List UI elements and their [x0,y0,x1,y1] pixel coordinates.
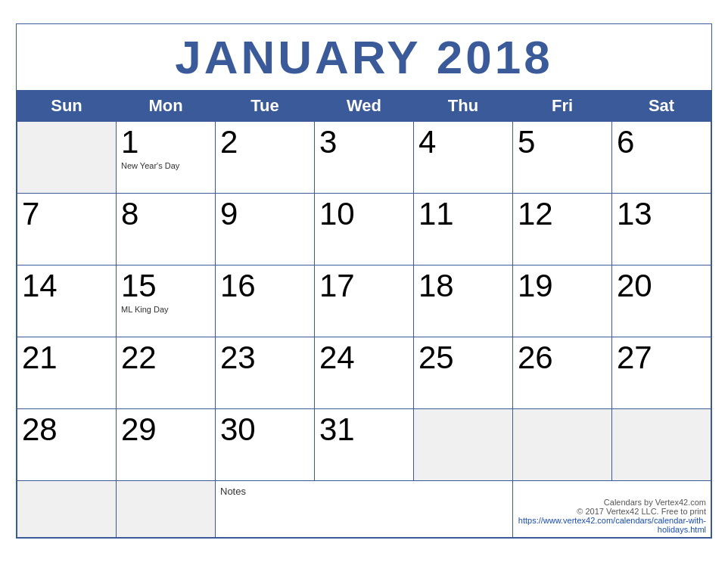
day-cell: 27 [612,337,711,408]
day-cell: 20 [612,265,711,337]
day-cell: 17 [315,265,414,337]
day-number: 23 [220,340,310,375]
day-number: 11 [418,197,508,231]
calendar-title: JANUARY 2018 [17,24,711,89]
notes-empty-1 [17,480,117,537]
day-cell: 21 [17,337,117,408]
footer-line3: https://www.vertex42.com/calendars/calen… [518,516,706,534]
calendar-table: SunMonTueWedThuFriSat 1New Year's Day234… [17,90,711,538]
day-number: 12 [518,197,607,231]
day-number: 28 [22,412,111,447]
day-cell: 29 [117,408,216,480]
day-number: 21 [22,340,111,375]
day-cell: 7 [17,193,117,265]
notes-empty-2 [117,480,216,537]
day-cell: 9 [216,193,315,265]
day-cell: 31 [315,408,414,480]
day-cell: 12 [513,193,612,265]
day-cell [513,408,612,480]
day-number: 17 [319,269,409,303]
day-cell: 6 [612,121,711,193]
day-number: 14 [22,269,111,303]
day-header-fri: Fri [513,90,612,121]
day-cell [612,408,711,480]
day-cell: 22 [117,337,216,408]
day-cell: 14 [17,265,117,337]
day-header-mon: Mon [117,90,216,121]
footer-line2: © 2017 Vertex42 LLC. Free to print [577,507,706,516]
day-cell: 26 [513,337,612,408]
week-row-2: 78910111213 [17,193,711,265]
notes-label: Notes [220,486,246,497]
week-row-3: 1415ML King Day1617181920 [17,265,711,337]
day-number: 2 [220,125,310,160]
day-cell: 4 [414,121,513,193]
day-header-wed: Wed [315,90,414,121]
day-number: 31 [319,412,409,447]
day-number: 6 [617,125,706,160]
day-number: 27 [617,340,706,375]
day-cell: 24 [315,337,414,408]
day-number: 19 [518,269,607,303]
day-number: 26 [518,340,607,375]
holiday-label: ML King Day [121,305,210,314]
day-number: 30 [220,412,310,447]
day-number: 16 [220,269,310,303]
day-header-tue: Tue [216,90,315,121]
day-cell: 10 [315,193,414,265]
day-number: 13 [617,197,706,231]
day-cell: 30 [216,408,315,480]
day-cell: 25 [414,337,513,408]
day-header-sat: Sat [612,90,711,121]
notes-row: NotesCalendars by Vertex42.com © 2017 Ve… [17,480,711,537]
day-cell [17,121,117,193]
day-cell: 23 [216,337,315,408]
day-cell: 19 [513,265,612,337]
holiday-label: New Year's Day [121,161,210,170]
day-number: 15 [121,269,210,303]
day-cell: 18 [414,265,513,337]
week-row-5: 28293031 [17,408,711,480]
day-cell [414,408,513,480]
day-cell: 28 [17,408,117,480]
week-row-4: 21222324252627 [17,337,711,408]
day-number: 24 [319,340,409,375]
header-row: SunMonTueWedThuFriSat [17,90,711,121]
day-cell: 3 [315,121,414,193]
footer-line1: Calendars by Vertex42.com [604,498,706,507]
footer-cell: Calendars by Vertex42.com © 2017 Vertex4… [513,480,711,537]
day-cell: 1New Year's Day [117,121,216,193]
day-header-thu: Thu [414,90,513,121]
day-cell: 15ML King Day [117,265,216,337]
day-cell: 13 [612,193,711,265]
day-number: 10 [319,197,409,231]
day-number: 4 [418,125,508,160]
day-number: 20 [617,269,706,303]
day-cell: 5 [513,121,612,193]
day-number: 7 [22,197,111,231]
day-number: 22 [121,340,210,375]
day-number: 3 [319,125,409,160]
day-cell: 2 [216,121,315,193]
day-number: 9 [220,197,310,231]
day-cell: 16 [216,265,315,337]
day-number: 1 [121,125,210,160]
week-row-1: 1New Year's Day23456 [17,121,711,193]
notes-cell: Notes [216,480,513,537]
day-number: 5 [518,125,607,160]
day-number: 29 [121,412,210,447]
day-cell: 11 [414,193,513,265]
day-header-sun: Sun [17,90,117,121]
day-cell: 8 [117,193,216,265]
day-number: 25 [418,340,508,375]
day-number: 18 [418,269,508,303]
day-number: 8 [121,197,210,231]
calendar-container: JANUARY 2018 SunMonTueWedThuFriSat 1New … [16,23,712,538]
